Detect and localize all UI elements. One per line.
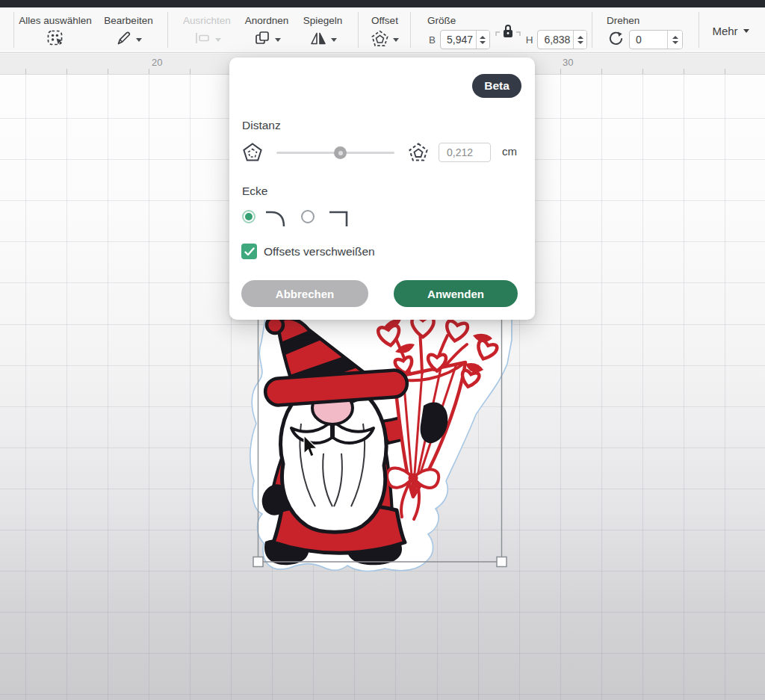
stepper-up-icon <box>577 36 583 39</box>
pentagon-solid-icon <box>242 142 263 166</box>
offset-panel: Beta Distanz 0,212 cm Ecke <box>229 58 535 320</box>
offset-button[interactable]: Offset <box>363 7 406 52</box>
chevron-down-icon <box>331 38 337 42</box>
rotate-stepper[interactable] <box>667 31 682 49</box>
layers-icon <box>253 29 271 50</box>
selection-handle-bottom-left[interactable] <box>253 557 263 567</box>
height-value: 6,838 <box>538 31 573 49</box>
corner-radio-square[interactable] <box>301 210 315 223</box>
align-icon <box>193 30 211 49</box>
select-all-label: Alles auswählen <box>18 15 93 26</box>
distance-slider-row: 0,212 cm <box>229 142 535 164</box>
width-field[interactable]: 5,947 <box>440 30 490 49</box>
pentagon-dashed-icon <box>408 142 429 166</box>
size-group: Größe B 5,947 <box>423 7 587 52</box>
toolbar-divider <box>410 12 411 48</box>
stepper-up-icon <box>480 36 486 39</box>
cancel-button[interactable]: Abbrechen <box>241 280 368 307</box>
toolbar-divider <box>592 12 592 48</box>
window-top-strip <box>0 0 765 7</box>
distance-unit: cm <box>502 145 517 158</box>
arrange-button[interactable]: Anordnen <box>238 7 296 52</box>
rotate-label: Drehen <box>607 15 639 26</box>
height-stepper[interactable] <box>573 31 586 49</box>
corner-square-icon <box>327 207 351 232</box>
selection-handle-bottom-right[interactable] <box>497 557 507 567</box>
offset-distance-slider[interactable] <box>276 152 394 154</box>
corner-rounded-icon <box>264 207 288 232</box>
apply-button[interactable]: Anwenden <box>394 280 518 307</box>
corner-label: Ecke <box>242 185 267 198</box>
offset-label: Offset <box>363 15 406 26</box>
arrange-label: Anordnen <box>238 15 296 26</box>
pencil-icon <box>115 30 132 50</box>
chevron-down-icon <box>743 29 749 33</box>
rotate-value: 0 <box>630 31 667 49</box>
offset-distance-slider-handle[interactable] <box>334 146 347 159</box>
toolbar-divider <box>167 12 168 48</box>
corner-options-row <box>229 208 535 231</box>
height-field[interactable]: 6,838 <box>537 30 587 49</box>
corner-radio-rounded[interactable] <box>242 210 255 223</box>
height-prefix: H <box>526 34 533 46</box>
chevron-down-icon <box>393 38 399 42</box>
toolbar-divider <box>699 12 699 48</box>
weld-label: Offsets verschweißen <box>264 245 375 258</box>
select-all-icon <box>46 29 65 51</box>
stepper-down-icon <box>672 41 678 44</box>
stepper-down-icon <box>480 41 486 44</box>
weld-row: Offsets verschweißen <box>229 244 535 261</box>
ruler-mark: 30 <box>563 57 573 68</box>
app-window: Alles auswählen Bearbeiten <box>0 0 765 700</box>
mirror-button[interactable]: Spiegeln <box>296 7 350 52</box>
align-label: Ausrichten <box>178 15 236 26</box>
width-stepper[interactable] <box>476 31 489 49</box>
chevron-down-icon <box>275 38 281 42</box>
toolbar-divider <box>13 12 14 48</box>
align-button[interactable]: Ausrichten <box>178 7 236 52</box>
stepper-up-icon <box>672 36 678 39</box>
more-button[interactable]: Mehr <box>701 7 761 52</box>
offset-pentagon-icon <box>371 29 389 51</box>
size-label: Größe <box>427 15 456 26</box>
chevron-down-icon <box>215 38 221 42</box>
rotate-field[interactable]: 0 <box>629 30 683 49</box>
edit-label: Bearbeiten <box>95 15 162 26</box>
ruler-mark: 20 <box>152 57 162 68</box>
rotate-icon[interactable] <box>607 30 624 50</box>
chevron-down-icon <box>136 38 142 42</box>
checkmark-icon <box>244 247 255 256</box>
mirror-icon <box>309 30 327 49</box>
distance-label: Distanz <box>242 119 281 132</box>
rotate-group: Drehen 0 <box>601 7 692 52</box>
weld-checkbox[interactable] <box>241 244 257 259</box>
lock-icon[interactable] <box>495 22 521 43</box>
mirror-label: Spiegeln <box>296 15 350 26</box>
selected-artwork-gnome-sticker[interactable] <box>249 310 518 573</box>
width-prefix: B <box>429 34 436 46</box>
edit-button[interactable]: Bearbeiten <box>95 7 162 52</box>
stepper-down-icon <box>577 41 583 44</box>
more-label: Mehr <box>712 25 737 37</box>
edit-toolbar: Alles auswählen Bearbeiten <box>0 7 765 53</box>
beta-badge: Beta <box>472 74 521 98</box>
width-value: 5,947 <box>441 31 476 49</box>
distance-value-input[interactable]: 0,212 <box>439 143 491 162</box>
select-all-button[interactable]: Alles auswählen <box>18 7 93 52</box>
toolbar-divider <box>358 12 359 48</box>
